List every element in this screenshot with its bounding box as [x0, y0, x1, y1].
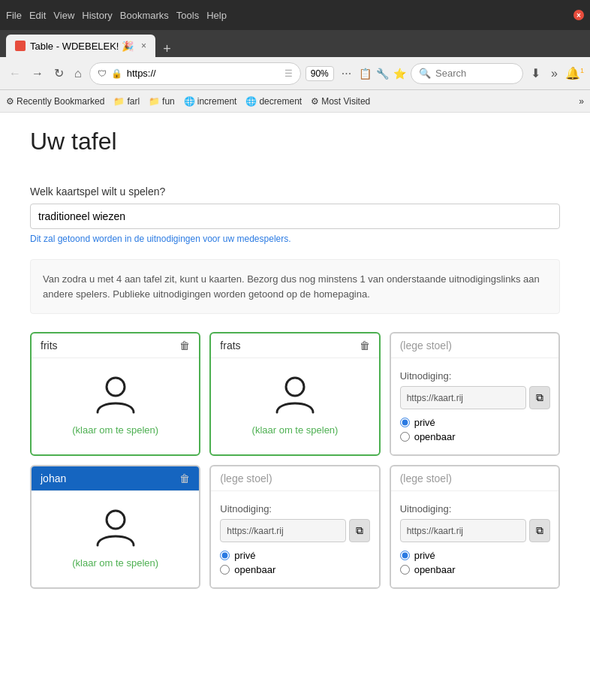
bookmark-increment[interactable]: 🌐 increment — [184, 96, 237, 107]
game-input[interactable] — [30, 204, 560, 229]
empty-seat-title: (lege stoel) — [400, 472, 452, 484]
radio-openbaar[interactable] — [400, 565, 410, 575]
delete-button[interactable]: 🗑 — [179, 472, 190, 484]
player-name: frats — [220, 339, 240, 352]
bookmark-recently[interactable]: ⚙ Recently Bookmarked — [6, 96, 104, 107]
menu-file[interactable]: File — [6, 10, 22, 21]
tab-favicon — [15, 41, 26, 51]
invite-url-input[interactable] — [220, 519, 346, 542]
radio-group: privé openbaar — [400, 417, 549, 442]
copy-button[interactable]: ⧉ — [529, 386, 550, 409]
security-icon: 🛡 — [98, 68, 107, 79]
bookmark-farl[interactable]: 📁 farl — [113, 96, 140, 107]
home-button[interactable]: ⌂ — [71, 64, 85, 83]
form-hint: Dit zal getoond worden in de uitnodiging… — [30, 234, 560, 244]
player-card-5: (lege stoel) Uitnodiging: ⧉ privé openba… — [390, 465, 560, 589]
bookmark-most-visited[interactable]: ⚙ Most Visited — [311, 96, 370, 107]
zoom-level[interactable]: 90% — [306, 66, 334, 81]
pocket-icon[interactable]: 📋 — [359, 68, 372, 80]
card-body: (klaar om te spelen) — [211, 358, 378, 448]
svg-point-2 — [107, 511, 125, 529]
navbar: ← → ↻ ⌂ 🛡 🔒 ☰ 90% ··· 📋 🔧 ⭐ 🔍 ⬇ » 🔔1 — [0, 57, 590, 90]
bookmark-star-icon[interactable]: ⭐ — [393, 68, 406, 80]
new-tab-button[interactable]: + — [158, 41, 176, 57]
notification-icon[interactable]: 🔔1 — [565, 66, 584, 80]
more-options-button[interactable]: ··· — [339, 64, 354, 83]
lock-icon: 🔒 — [111, 68, 122, 79]
tab-title: Table - WDEBELEK! 🎉 — [30, 41, 134, 52]
reader-icon: ☰ — [284, 68, 293, 79]
copy-button[interactable]: ⧉ — [349, 519, 370, 542]
invite-row: ⧉ — [220, 519, 369, 542]
empty-seat-title: (lege stoel) — [220, 472, 272, 484]
window-close-button[interactable]: × — [573, 10, 584, 20]
delete-button[interactable]: 🗑 — [360, 339, 370, 352]
menu-history[interactable]: History — [82, 10, 112, 21]
menu-tools[interactable]: Tools — [176, 10, 199, 21]
active-tab[interactable]: Table - WDEBELEK! 🎉 × — [6, 35, 155, 57]
page-title: Uw tafel — [30, 128, 560, 155]
bookmark-fun[interactable]: 📁 fun — [149, 96, 175, 107]
player-name: frits — [41, 339, 58, 352]
player-status: (klaar om te spelen) — [72, 424, 158, 436]
menu-bookmarks[interactable]: Bookmarks — [120, 10, 169, 21]
radio-openbaar-label[interactable]: openbaar — [400, 431, 549, 442]
gear-icon: ⚙ — [6, 96, 14, 107]
form-section: Welk kaartspel wilt u spelen? Dit zal ge… — [30, 186, 560, 244]
players-grid: frits 🗑 (klaar om te spelen) frats 🗑 — [30, 332, 560, 589]
card-header: johan 🗑 — [32, 466, 199, 491]
bookmarks-bar: ⚙ Recently Bookmarked 📁 farl 📁 fun 🌐 inc… — [0, 90, 590, 113]
radio-openbaar-label[interactable]: openbaar — [220, 564, 369, 575]
player-name: johan — [41, 472, 66, 484]
search-input[interactable] — [435, 68, 510, 79]
invite-row: ⧉ — [400, 386, 549, 409]
radio-prive-label[interactable]: privé — [400, 417, 549, 428]
player-card-3: johan 🗑 (klaar om te spelen) — [30, 465, 200, 589]
reload-button[interactable]: ↻ — [51, 63, 67, 83]
folder-icon-2: 📁 — [149, 96, 160, 107]
menu-view[interactable]: View — [53, 10, 74, 21]
folder-icon: 📁 — [113, 96, 125, 107]
card-body: Uitnodiging: ⧉ privé openbaar — [391, 358, 558, 454]
download-button[interactable]: ⬇ — [528, 63, 543, 83]
invite-url-input[interactable] — [400, 519, 526, 542]
player-status: (klaar om te spelen) — [72, 557, 158, 569]
radio-openbaar[interactable] — [220, 565, 230, 575]
more-nav-button[interactable]: » — [548, 64, 561, 83]
extensions-icon[interactable]: 🔧 — [376, 68, 389, 80]
player-card-4: (lege stoel) Uitnodiging: ⧉ privé openba… — [209, 465, 380, 589]
radio-group: privé openbaar — [400, 550, 549, 575]
delete-button[interactable]: 🗑 — [179, 339, 190, 352]
tab-close-button[interactable]: × — [141, 41, 146, 51]
search-box[interactable]: 🔍 — [411, 63, 523, 84]
url-input[interactable] — [127, 68, 280, 79]
player-card-1: frats 🗑 (klaar om te spelen) — [209, 332, 380, 456]
invitation-label: Uitnodiging: — [400, 503, 549, 514]
menu-bar: File Edit View History Bookmarks Tools H… — [6, 10, 227, 21]
radio-openbaar-label[interactable]: openbaar — [400, 564, 549, 575]
menu-help[interactable]: Help — [206, 10, 227, 21]
invite-url-input[interactable] — [400, 386, 526, 409]
radio-openbaar[interactable] — [400, 432, 410, 442]
radio-prive[interactable] — [400, 551, 410, 560]
card-header: (lege stoel) — [211, 466, 378, 491]
bookmarks-more-button[interactable]: » — [579, 96, 584, 107]
avatar — [92, 503, 140, 551]
radio-prive[interactable] — [220, 551, 230, 560]
radio-prive-label[interactable]: privé — [400, 550, 549, 561]
forward-button[interactable]: → — [29, 64, 47, 83]
avatar — [271, 370, 319, 418]
player-card-0: frits 🗑 (klaar om te spelen) — [30, 332, 200, 456]
copy-button[interactable]: ⧉ — [529, 519, 550, 542]
address-bar[interactable]: 🛡 🔒 ☰ — [89, 62, 301, 85]
form-label: Welk kaartspel wilt u spelen? — [30, 186, 560, 198]
svg-point-1 — [286, 378, 304, 396]
back-button[interactable]: ← — [6, 64, 24, 83]
menu-edit[interactable]: Edit — [29, 10, 46, 21]
player-status: (klaar om te spelen) — [252, 424, 339, 436]
page-content: Videogesprek Uw tafel Welk kaartspel wil… — [0, 113, 590, 700]
radio-prive-label[interactable]: privé — [220, 550, 369, 561]
radio-prive[interactable] — [400, 418, 410, 427]
bookmark-decrement[interactable]: 🌐 decrement — [245, 96, 302, 107]
tab-bar: Table - WDEBELEK! 🎉 × + — [0, 30, 590, 57]
